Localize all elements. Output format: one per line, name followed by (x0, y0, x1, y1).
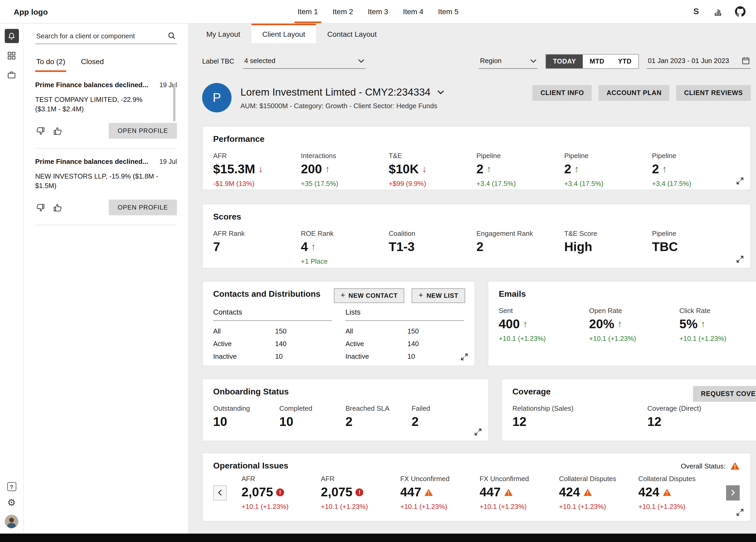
carousel-left-button[interactable] (213, 485, 227, 500)
thumbs-up-icon[interactable] (53, 125, 64, 136)
label-multiselect[interactable]: 4 selected (243, 54, 365, 69)
metric-number: 2 (652, 163, 659, 175)
top-nav-item[interactable]: Item 3 (365, 0, 391, 23)
performance-card: Performance AFR $15.3M -$1.9M (13 (202, 126, 751, 190)
notification-body: NEW INVESTORS LLP, -15.9% ($1.8M - $1.5M… (35, 172, 177, 190)
github-icon[interactable] (735, 6, 745, 17)
notification-head: Prime Finance balances declined... 19 Ju… (35, 157, 177, 165)
top-nav-item[interactable]: Item 4 (400, 0, 427, 23)
metric-value: 5% (679, 318, 756, 330)
metric-label: Failed (412, 404, 478, 412)
metric: AFR 2,075 +10.1 (+1.23%) (321, 475, 400, 511)
thumbs-up-icon[interactable] (53, 202, 64, 213)
metric-delta: +10.1 (+1.23%) (499, 335, 589, 343)
metric-delta: +10.1 (+1.23%) (241, 503, 321, 511)
top-nav-item[interactable]: Item 2 (329, 0, 356, 23)
expand-icon[interactable] (460, 353, 468, 361)
metric-number: 10 (279, 416, 293, 428)
metric-value: TBC (652, 240, 740, 253)
overall-status-label: Overall Status: (681, 462, 726, 470)
metric: Pipeline 2 +3.4 (17.5%) (476, 152, 564, 187)
sidebar-tab[interactable]: To do (2) (35, 57, 66, 72)
search-icon[interactable] (167, 31, 176, 40)
scores-metrics: AFR Rank 7 ROE Rank 4 (213, 229, 740, 265)
metric: Pipeline 2 +3.4 (17.5%) (652, 152, 740, 187)
thumbs-down-icon[interactable] (35, 202, 46, 213)
gear-icon[interactable] (7, 498, 16, 508)
metric-value: 12 (512, 416, 647, 428)
table-row: Inactive 10 (345, 353, 464, 360)
client-action-button[interactable]: CLIENT REVIEWS (676, 85, 751, 101)
s-logo-icon[interactable]: S (691, 6, 701, 17)
expand-icon[interactable] (736, 255, 744, 263)
layout-tab[interactable]: My Layout (195, 24, 251, 43)
metric-delta: +10.1 (+1.23%) (559, 503, 638, 511)
card-title: Onboarding Status (213, 387, 478, 397)
metric-value: 2 (345, 416, 412, 428)
metric-delta: +10.1 (+1.23%) (400, 503, 480, 511)
grid-icon[interactable] (4, 48, 19, 62)
sidebar-tab[interactable]: Closed (80, 57, 105, 72)
period-option[interactable]: MTD (583, 54, 611, 68)
warning-icon (583, 488, 592, 496)
scores-card: Scores AFR Rank 7 (202, 204, 751, 268)
period-option[interactable]: TODAY (546, 54, 583, 68)
sidebar-scrollbar[interactable] (173, 83, 175, 121)
top-nav-item[interactable]: Item 5 (435, 0, 462, 23)
metric-delta: +10.1 (+1.23%) (679, 335, 756, 343)
help-icon[interactable] (7, 482, 16, 491)
metric-label: Sent (499, 307, 589, 315)
region-select[interactable]: Region (479, 54, 538, 69)
date-range-picker[interactable]: 01 Jan 2023 - 01 Jun 2023 (647, 54, 751, 69)
metric-value: 447 (480, 486, 559, 498)
client-action-button[interactable]: CLIENT INFO (533, 85, 592, 101)
metric-label: Completed (279, 404, 345, 412)
expand-icon[interactable] (736, 508, 744, 516)
metric: Sent 400 +10.1 (+1.23%) (499, 307, 589, 343)
carousel-right-button[interactable] (726, 485, 740, 500)
expand-icon[interactable] (474, 428, 482, 436)
region-value: Region (480, 57, 501, 65)
metric: T&E $10K +$99 (9.9%) (389, 152, 476, 187)
client-action-button[interactable]: ACCOUNT PLAN (599, 85, 670, 101)
metric-label: AFR (241, 475, 321, 483)
open-profile-button[interactable]: OPEN PROFILE (109, 199, 177, 215)
request-coverage-button[interactable]: REQUEST COVERAGE (693, 386, 756, 402)
notification-list: Prime Finance balances declined... 19 Ju… (35, 72, 177, 225)
main-area: My Layout Client Layout Contact Layout L… (189, 24, 756, 534)
stackoverflow-icon[interactable] (713, 6, 723, 17)
open-profile-button[interactable]: OPEN PROFILE (109, 123, 177, 139)
layout-tab[interactable]: Client Layout (251, 24, 316, 43)
metric-delta: +3.4 (17.5%) (652, 180, 740, 187)
metric-number: 447 (400, 486, 421, 498)
metric: Pipeline 2 +3.4 (17.5%) (564, 152, 652, 187)
metric-value: 400 (499, 318, 589, 330)
layout-tab[interactable]: Contact Layout (316, 24, 388, 43)
filter-label: Label TBC (202, 57, 234, 65)
client-actions: CLIENT INFO ACCOUNT PLAN CLIENT REVIEWS (533, 85, 751, 101)
card-title: Performance (213, 134, 740, 144)
user-avatar[interactable] (5, 515, 18, 528)
metric-number: 20% (589, 318, 614, 330)
metric-delta: +35 (17.5%) (301, 180, 389, 187)
feedback-buttons (35, 202, 64, 213)
new-list-button[interactable]: NEW LIST (412, 288, 465, 303)
app-logo[interactable]: App logo (14, 7, 48, 16)
metric: Engagement Rank 2 (476, 229, 564, 265)
period-option[interactable]: YTD (611, 54, 638, 68)
expand-icon[interactable] (736, 177, 744, 185)
client-dropdown-chevron-icon[interactable] (436, 88, 445, 95)
bell-icon[interactable] (4, 29, 19, 43)
thumbs-down-icon[interactable] (35, 125, 46, 136)
search-input[interactable] (36, 32, 163, 40)
metric: Coverage (Direct) 12 (647, 404, 756, 428)
table-rows: All 150 Active 140 (213, 327, 332, 360)
top-nav-item[interactable]: Item 1 (294, 0, 321, 23)
coverage-card: Coverage REQUEST COVERAGE Relationship (… (501, 379, 756, 441)
trend-arrow-icon (258, 164, 263, 174)
briefcase-icon[interactable] (4, 68, 19, 82)
metric: Click Rate 5% +10.1 (+1.23%) (679, 307, 756, 343)
new-contact-button[interactable]: NEW CONTACT (334, 288, 404, 303)
metric: FX Unconfirmed 447 +10.1 (+1.23%) (480, 475, 559, 511)
chevron-down-icon (530, 59, 537, 63)
